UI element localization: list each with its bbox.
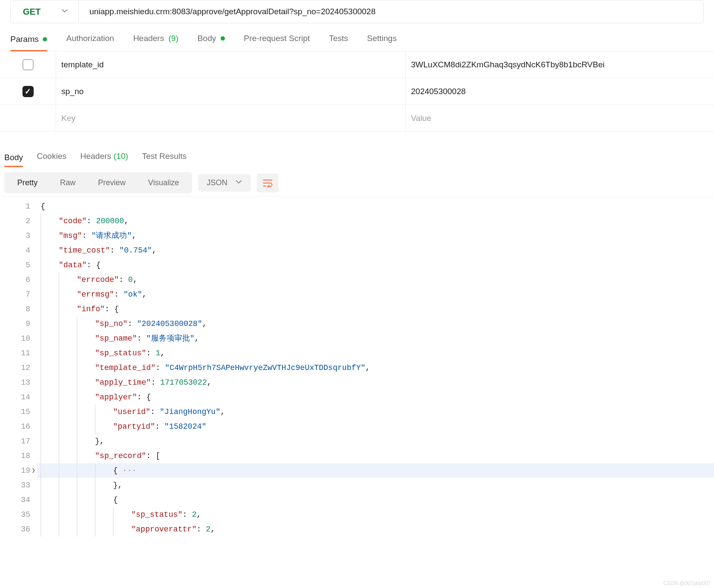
url-text: uniapp.meishiedu.crm:8083/approve/getApp… <box>89 7 376 16</box>
code-line: "errcode": 0, <box>37 272 714 287</box>
tab-params[interactable]: Params <box>10 34 47 51</box>
code-line: "info": { <box>37 302 714 316</box>
code-line: }, <box>37 434 714 449</box>
tab-prerequest[interactable]: Pre-request Script <box>244 34 310 45</box>
view-visualize[interactable]: Visualize <box>137 174 190 192</box>
code-line: "sp_no": "202405300028", <box>37 316 714 331</box>
headers-count: (9) <box>168 34 178 43</box>
code-line: { ··· <box>37 463 714 478</box>
code-line: { <box>37 199 714 214</box>
tab-body[interactable]: Body <box>197 34 224 45</box>
param-row: template_id 3WLuXCM8di2ZKmGhaq3qsydNcK6T… <box>0 51 714 78</box>
param-key-input[interactable]: Key <box>56 105 406 131</box>
code-line: "template_id": "C4WrpH5rh7SAPeHwvryeZwVT… <box>37 360 714 375</box>
resp-tab-body[interactable]: Body <box>4 153 23 167</box>
param-key-cell[interactable]: sp_no <box>56 78 406 104</box>
param-key-cell[interactable]: template_id <box>56 51 406 78</box>
param-value-cell[interactable]: 202405300028 <box>406 78 714 104</box>
response-tabs: Body Cookies Headers (10) Test Results <box>0 132 714 168</box>
params-table: template_id 3WLuXCM8di2ZKmGhaq3qsydNcK6T… <box>0 51 714 132</box>
dot-indicator-icon <box>43 37 47 41</box>
response-code-area: 12345678910111213141516171819❯33343536 {… <box>0 196 714 539</box>
code-line: "userid": "JiangHongYu", <box>37 405 714 419</box>
wrap-icon <box>262 179 273 187</box>
code-line: "approverattr": 2, <box>37 522 714 537</box>
wrap-lines-button[interactable] <box>257 174 278 193</box>
view-preview[interactable]: Preview <box>87 174 137 192</box>
view-controls: Pretty Raw Preview Visualize JSON <box>0 168 714 196</box>
tab-headers[interactable]: Headers (9) <box>133 34 178 45</box>
resp-tab-cookies[interactable]: Cookies <box>37 152 66 164</box>
tab-authorization[interactable]: Authorization <box>66 34 114 45</box>
resp-tab-headers[interactable]: Headers (10) <box>80 152 128 164</box>
chevron-down-icon <box>235 178 242 187</box>
code-body[interactable]: {"code": 200000,"msg": "请求成功","time_cost… <box>37 196 714 539</box>
code-line: "apply_time": 1717053022, <box>37 375 714 390</box>
code-line: "data": { <box>37 258 714 272</box>
check-icon: ✓ <box>25 87 31 96</box>
fold-toggle-icon[interactable]: ❯ <box>32 463 35 478</box>
tab-tests[interactable]: Tests <box>329 34 348 45</box>
method-label: GET <box>23 7 41 17</box>
param-checkbox[interactable]: ✓ <box>22 86 34 97</box>
code-line: "code": 200000, <box>37 214 714 228</box>
tab-settings[interactable]: Settings <box>367 34 397 45</box>
param-row: ✓ sp_no 202405300028 <box>0 78 714 105</box>
code-line: "errmsg": "ok", <box>37 287 714 302</box>
param-value-input[interactable]: Value <box>406 105 714 131</box>
code-line: "sp_status": 1, <box>37 346 714 360</box>
code-line: { <box>37 493 714 507</box>
chevron-down-icon <box>61 7 68 16</box>
code-line: "time_cost": "0.754", <box>37 243 714 258</box>
param-value-cell[interactable]: 3WLuXCM8di2ZKmGhaq3qsydNcK6Tby8b1bcRVBei <box>406 51 714 78</box>
dot-indicator-icon <box>221 36 225 41</box>
code-line: "applyer": { <box>37 390 714 405</box>
view-raw[interactable]: Raw <box>49 174 87 192</box>
param-row-new: Key Value <box>0 105 714 132</box>
param-checkbox[interactable] <box>22 59 34 70</box>
method-dropdown[interactable]: GET <box>11 0 79 23</box>
resp-headers-count: (10) <box>114 152 128 161</box>
line-gutter: 12345678910111213141516171819❯33343536 <box>0 196 37 539</box>
resp-tab-testresults[interactable]: Test Results <box>142 152 186 164</box>
code-line: "msg": "请求成功", <box>37 228 714 243</box>
view-mode-group: Pretty Raw Preview Visualize <box>4 172 192 193</box>
request-row: GET uniapp.meishiedu.crm:8083/approve/ge… <box>10 0 704 23</box>
code-line: "sp_status": 2, <box>37 507 714 522</box>
code-line: "sp_record": [ <box>37 449 714 463</box>
code-line: "partyid": "1582024" <box>37 419 714 434</box>
view-pretty[interactable]: Pretty <box>6 174 49 192</box>
request-tabs: Params Authorization Headers (9) Body Pr… <box>0 34 714 51</box>
url-input[interactable]: uniapp.meishiedu.crm:8083/approve/getApp… <box>79 0 703 23</box>
code-line: "sp_name": "服务项审批", <box>37 331 714 346</box>
content-type-select[interactable]: JSON <box>198 174 251 192</box>
code-line: }, <box>37 478 714 493</box>
